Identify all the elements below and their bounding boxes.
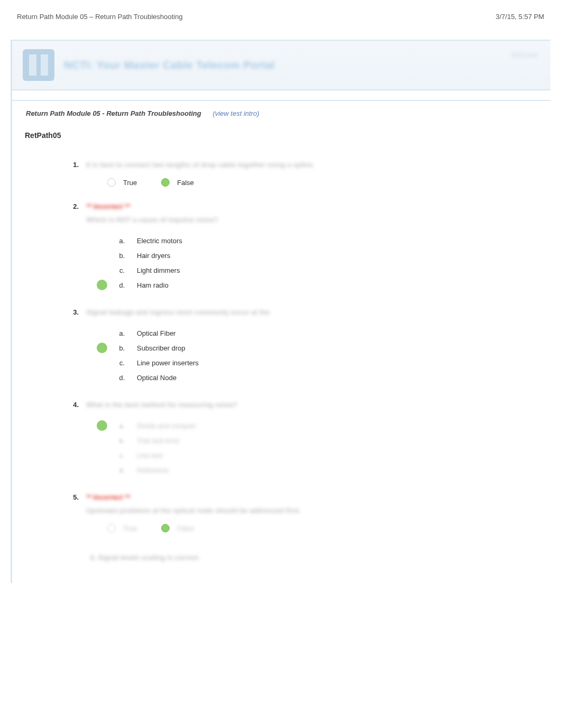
question-3: 3. Signal leakage and ingress most commo… bbox=[28, 308, 535, 385]
correct-mark-icon bbox=[97, 280, 107, 290]
option-letter: b. bbox=[117, 252, 127, 260]
option-mark bbox=[97, 372, 107, 383]
section-code: RetPath05 bbox=[12, 121, 550, 145]
option-text: Hair dryers bbox=[137, 252, 171, 260]
question-prompt: Signal leakage and ingress most commonly… bbox=[86, 308, 535, 316]
option-text: Light dimmers bbox=[137, 266, 180, 274]
view-test-intro-link[interactable]: (view test intro) bbox=[213, 109, 259, 117]
breadcrumb-title: Return Path Module 05 - Return Path Trou… bbox=[26, 109, 201, 117]
option-a[interactable]: a. Electric motors bbox=[97, 233, 535, 248]
option-letter: b. bbox=[117, 437, 127, 445]
option-mark bbox=[97, 235, 107, 246]
option-mark bbox=[97, 265, 107, 275]
option-letter: d. bbox=[117, 281, 127, 289]
option-text: Subscriber drop bbox=[137, 344, 185, 352]
question-number: 2. bbox=[28, 202, 86, 292]
doc-title: Return Path Module 05 – Return Path Trou… bbox=[17, 13, 183, 21]
option-label: True bbox=[123, 179, 137, 187]
radio-false[interactable] bbox=[161, 524, 170, 532]
option-text: Reference bbox=[137, 466, 169, 474]
option-mark bbox=[97, 435, 107, 446]
question-5: 5. ** Incorrect ** Upstream problems at … bbox=[28, 493, 535, 532]
option-text: Optical Fiber bbox=[137, 329, 176, 337]
option-label: False bbox=[177, 179, 194, 187]
correct-mark-icon bbox=[97, 343, 107, 353]
option-mark bbox=[97, 357, 107, 368]
question-number: 3. bbox=[28, 308, 86, 385]
option-text: Optical Node bbox=[137, 374, 176, 382]
option-letter: c. bbox=[117, 266, 127, 274]
question-number: 5. bbox=[28, 493, 86, 532]
option-letter: b. bbox=[117, 344, 127, 352]
question-number: 1. bbox=[28, 161, 86, 187]
option-c[interactable]: c. Line test bbox=[97, 448, 535, 463]
option-a[interactable]: a. Optical Fiber bbox=[97, 326, 535, 340]
option-text: Trial and error bbox=[137, 437, 180, 445]
option-text: Line test bbox=[137, 451, 163, 459]
option-letter: a. bbox=[117, 329, 127, 337]
doc-timestamp: 3/7/15, 5:57 PM bbox=[495, 13, 544, 21]
correct-mark-icon bbox=[97, 420, 107, 431]
logo-icon bbox=[23, 49, 54, 81]
option-c[interactable]: c. Line power inserters bbox=[97, 355, 535, 370]
option-text: Divide and conquer bbox=[137, 422, 196, 430]
question-prompt: Which is NOT a cause of impulse noise? bbox=[86, 216, 535, 224]
option-mark bbox=[97, 250, 107, 261]
option-letter: a. bbox=[117, 422, 127, 430]
banner-right-text: Welcome bbox=[511, 51, 538, 59]
option-mark bbox=[97, 328, 107, 338]
divider bbox=[12, 100, 550, 101]
option-label: False bbox=[177, 524, 194, 532]
banner-title: NCTI: Your Master Cable Telecom Portal bbox=[64, 59, 275, 71]
option-mark bbox=[97, 450, 107, 460]
question-6-partial: 6. Signal levels scaling is correct. bbox=[90, 552, 535, 562]
option-text: Electric motors bbox=[137, 237, 182, 245]
option-mark bbox=[97, 465, 107, 475]
question-1: 1. It is best to connect two lengths of … bbox=[28, 161, 535, 187]
option-a[interactable]: a. Divide and conquer bbox=[97, 418, 535, 433]
option-b[interactable]: b. Trial and error bbox=[97, 433, 535, 448]
option-label: True bbox=[123, 524, 137, 532]
option-text: Line power inserters bbox=[137, 359, 199, 367]
radio-true[interactable] bbox=[107, 524, 116, 532]
option-letter: a. bbox=[117, 237, 127, 245]
option-d[interactable]: d. Ham radio bbox=[97, 278, 535, 292]
option-letter: d. bbox=[117, 374, 127, 382]
option-letter: c. bbox=[117, 451, 127, 459]
option-d[interactable]: d. Reference bbox=[97, 463, 535, 477]
option-letter: d. bbox=[117, 466, 127, 474]
option-b[interactable]: b. Hair dryers bbox=[97, 248, 535, 263]
incorrect-badge: ** Incorrect ** bbox=[86, 202, 535, 210]
radio-true[interactable] bbox=[107, 178, 116, 187]
option-c[interactable]: c. Light dimmers bbox=[97, 263, 535, 278]
option-letter: c. bbox=[117, 359, 127, 367]
question-list: 1. It is best to connect two lengths of … bbox=[12, 161, 550, 583]
question-prompt: It is best to connect two lengths of dro… bbox=[86, 161, 535, 169]
question-number: 4. bbox=[28, 401, 86, 477]
radio-false[interactable] bbox=[161, 178, 170, 187]
question-prompt: What is the best method for measuring no… bbox=[86, 401, 535, 409]
site-banner: NCTI: Your Master Cable Telecom Portal W… bbox=[12, 40, 550, 90]
question-2: 2. ** Incorrect ** Which is NOT a cause … bbox=[28, 202, 535, 292]
question-prompt: 6. Signal levels scaling is correct. bbox=[90, 554, 200, 561]
question-4: 4. What is the best method for measuring… bbox=[28, 401, 535, 477]
incorrect-badge: ** Incorrect ** bbox=[86, 493, 535, 501]
option-b[interactable]: b. Subscriber drop bbox=[97, 340, 535, 355]
option-d[interactable]: d. Optical Node bbox=[97, 370, 535, 385]
question-prompt: Upstream problems at the optical node sh… bbox=[86, 506, 535, 514]
option-text: Ham radio bbox=[137, 281, 169, 289]
breadcrumb: Return Path Module 05 - Return Path Trou… bbox=[12, 106, 550, 121]
